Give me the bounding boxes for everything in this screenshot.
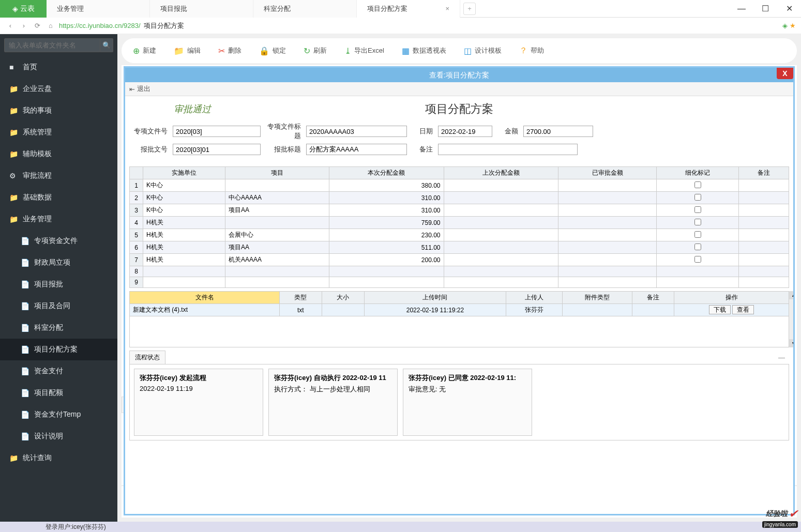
sidebar-item-1[interactable]: 📁企业云盘 (0, 78, 117, 100)
sidebar-item-9[interactable]: 📄财政局立项 (0, 252, 117, 273)
sidebar-item-label: 审批流程 (23, 171, 52, 180)
sidebar-item-label: 专项资金文件 (34, 236, 78, 246)
sidebar-item-18[interactable]: 📁统计查询 (0, 447, 117, 469)
flow-status-tab[interactable]: 流程状态 (129, 351, 165, 364)
col-header: 实施单位 (143, 167, 225, 179)
minimize-button[interactable]: — (730, 0, 753, 18)
scrollbar[interactable]: ▴▾ (789, 291, 793, 347)
table-row[interactable]: 3K中心项目AA310.00 (130, 204, 789, 217)
remark-field[interactable] (438, 144, 578, 155)
sidebar-item-16[interactable]: 📄资金支付Temp (0, 404, 117, 425)
table-row[interactable]: 1K中心380.00 (130, 179, 789, 192)
sidebar-item-13[interactable]: 📄项目分配方案 (0, 339, 117, 360)
sidebar-item-3[interactable]: 📁系统管理 (0, 121, 117, 143)
folder-icon: 📁 (9, 107, 18, 115)
close-icon[interactable]: × (445, 0, 449, 18)
search-input[interactable] (4, 38, 100, 52)
checkbox[interactable] (694, 219, 701, 225)
tab-1[interactable]: 项目报批 (150, 0, 253, 18)
refresh-button[interactable]: ⟳ (32, 22, 42, 29)
btn-label: 导出Excel (354, 46, 384, 55)
col-header: 项目 (225, 167, 329, 179)
delete-button[interactable]: ✂删除 (212, 43, 248, 59)
download-button[interactable]: 下载 (709, 305, 731, 314)
table-row[interactable]: 9 (130, 277, 789, 288)
attachment-row[interactable]: 新建文本文档 (4).txt txt 2022-02-19 11:19:22 张… (130, 304, 789, 316)
sidebar-item-5[interactable]: ⚙审批流程 (0, 165, 117, 187)
maximize-button[interactable]: ☐ (753, 0, 777, 18)
add-tab-button[interactable]: + (463, 3, 476, 15)
sidebar-item-11[interactable]: 📄项目及合同 (0, 295, 117, 317)
sidebar-item-2[interactable]: 📁我的事项 (0, 100, 117, 121)
lock-button[interactable]: 🔒锁定 (253, 43, 292, 59)
folder-icon: 📁 (174, 46, 184, 56)
col-header: 细化标记 (657, 167, 739, 179)
checkbox[interactable] (694, 231, 701, 238)
sidebar-item-label: 我的事项 (23, 106, 52, 115)
table-row[interactable]: 7H机关机关AAAAA200.00 (130, 254, 789, 266)
tab-0[interactable]: 业务管理 (47, 0, 150, 18)
amount-field[interactable] (523, 126, 593, 137)
table-row[interactable]: 4H机关759.00 (130, 217, 789, 229)
tab-2[interactable]: 科室分配 (253, 0, 357, 18)
col-header: 上传人 (506, 292, 562, 304)
table-row[interactable]: 5H机关会展中心230.00 (130, 229, 789, 241)
edit-button[interactable]: 📁编辑 (168, 43, 207, 59)
folder-icon: 📁 (9, 193, 18, 202)
folder-icon: 📄 (21, 280, 29, 288)
refresh-button[interactable]: ↻刷新 (297, 43, 333, 59)
star-icon[interactable]: ★ (790, 22, 796, 29)
checkbox[interactable] (694, 244, 701, 250)
design-button[interactable]: ◫设计模板 (458, 43, 508, 59)
ext-icon[interactable]: ◈ (782, 22, 788, 29)
sidebar-item-0[interactable]: ■首页 (0, 56, 117, 78)
sidebar-item-17[interactable]: 📄设计说明 (0, 425, 117, 447)
approve-no-field[interactable] (173, 144, 261, 155)
dialog-back-button[interactable]: ⇤ 退出 (129, 84, 789, 94)
doc-no-field[interactable] (173, 126, 261, 137)
checkbox[interactable] (694, 181, 701, 188)
folder-icon: 📄 (21, 324, 29, 332)
pivot-button[interactable]: ▦数据透视表 (396, 43, 452, 59)
help-button[interactable]: ？帮助 (513, 42, 550, 59)
folder-icon: 📄 (21, 411, 29, 419)
sidebar-item-6[interactable]: 📁基础数据 (0, 187, 117, 208)
sidebar-item-4[interactable]: 📁辅助模板 (0, 143, 117, 165)
table-row[interactable]: 6H机关项目AA511.00 (130, 241, 789, 254)
upload-user: 张芬芬 (506, 304, 562, 316)
sidebar-item-7[interactable]: 📁业务管理 (0, 208, 117, 230)
sidebar-item-10[interactable]: 📄项目报批 (0, 273, 117, 295)
search-icon[interactable]: 🔍 (100, 38, 113, 52)
checkbox[interactable] (694, 194, 701, 201)
table-row[interactable]: 8 (130, 266, 789, 277)
close-button[interactable]: ✕ (777, 0, 801, 18)
toolbar: ⊕新建 📁编辑 ✂删除 🔒锁定 ↻刷新 ⤓导出Excel ▦数据透视表 ◫设计模… (122, 38, 797, 63)
doc-title-field[interactable] (306, 126, 407, 137)
table-row[interactable]: 2K中心中心AAAAA310.00 (130, 192, 789, 204)
col-header: 类型 (280, 292, 322, 304)
sidebar-item-12[interactable]: 📄科室分配 (0, 317, 117, 339)
sidebar-item-14[interactable]: 📄资金支付 (0, 360, 117, 382)
back-button[interactable]: ‹ (5, 22, 16, 29)
dialog-close-button[interactable]: X (777, 68, 793, 79)
checkbox[interactable] (694, 256, 701, 263)
lock-icon: 🔒 (259, 46, 269, 56)
forward-button[interactable]: › (19, 22, 29, 29)
sidebar-item-label: 资金支付 (34, 367, 63, 376)
minimize-icon[interactable]: — (774, 354, 789, 361)
approve-title-field[interactable] (306, 144, 407, 155)
sidebar-item-8[interactable]: 📄专项资金文件 (0, 230, 117, 252)
tab-3[interactable]: 项目分配方案× (357, 0, 460, 18)
card-header: 张芬芬(icey) 发起流程 (140, 373, 258, 383)
export-button[interactable]: ⤓导出Excel (338, 43, 390, 59)
sidebar-item-label: 设计说明 (34, 432, 63, 441)
date-field[interactable] (438, 126, 492, 137)
view-button[interactable]: 查看 (732, 305, 754, 314)
sidebar-item-15[interactable]: 📄项目配额 (0, 382, 117, 404)
checkbox[interactable] (694, 206, 701, 213)
new-button[interactable]: ⊕新建 (127, 43, 162, 59)
remark-label: 备注 (412, 145, 433, 154)
folder-icon: 📁 (9, 128, 18, 136)
home-button[interactable]: ⌂ (46, 22, 56, 29)
btn-label: 帮助 (531, 46, 544, 55)
